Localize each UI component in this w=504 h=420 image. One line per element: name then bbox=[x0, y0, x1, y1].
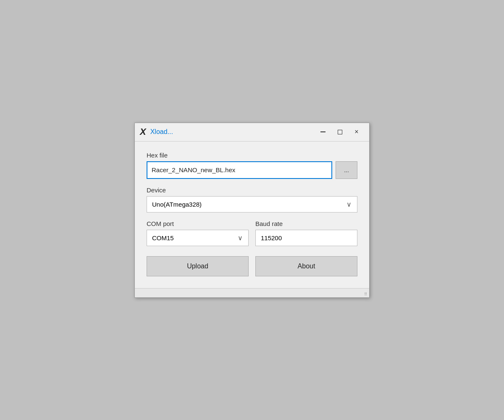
device-select[interactable]: Uno(ATmega328) Nano(ATmega328) Mega(ATme… bbox=[147, 196, 357, 213]
buttons-row: Upload About bbox=[147, 256, 357, 276]
com-section: COM port COM1 COM3 COM5 COM15 bbox=[147, 220, 249, 246]
com-select-wrapper: COM1 COM3 COM5 COM15 bbox=[147, 230, 249, 246]
title-bar: X Xload... × bbox=[135, 123, 369, 142]
maximize-button[interactable] bbox=[332, 126, 347, 137]
app-icon: X bbox=[140, 127, 146, 136]
com-baud-row: COM port COM1 COM3 COM5 COM15 Baud rate bbox=[147, 220, 357, 246]
upload-button[interactable]: Upload bbox=[147, 256, 249, 276]
baud-section: Baud rate bbox=[255, 220, 357, 246]
window-title: Xload... bbox=[150, 128, 315, 136]
minimize-icon bbox=[320, 131, 326, 132]
close-button[interactable]: × bbox=[349, 126, 364, 137]
hex-file-row: ... bbox=[147, 161, 357, 179]
resize-grip: ⠿ bbox=[364, 292, 368, 297]
main-window: X Xload... × Hex file ... Device bbox=[134, 123, 370, 298]
maximize-icon bbox=[338, 130, 342, 134]
device-label: Device bbox=[147, 186, 357, 194]
device-section: Device Uno(ATmega328) Nano(ATmega328) Me… bbox=[147, 186, 357, 213]
hex-file-label: Hex file bbox=[147, 152, 357, 159]
com-port-label: COM port bbox=[147, 220, 249, 227]
browse-button[interactable]: ... bbox=[336, 161, 357, 179]
window-controls: × bbox=[315, 126, 364, 137]
close-icon: × bbox=[354, 129, 358, 135]
about-button[interactable]: About bbox=[255, 256, 357, 276]
device-select-wrapper: Uno(ATmega328) Nano(ATmega328) Mega(ATme… bbox=[147, 196, 357, 213]
baud-rate-input[interactable] bbox=[255, 230, 357, 246]
baud-rate-label: Baud rate bbox=[255, 220, 357, 227]
minimize-button[interactable] bbox=[315, 126, 331, 137]
com-port-select[interactable]: COM1 COM3 COM5 COM15 bbox=[147, 230, 249, 246]
window-body: Hex file ... Device Uno(ATmega328) Nano(… bbox=[135, 142, 369, 288]
window-footer: ⠿ bbox=[135, 288, 369, 297]
hex-file-input[interactable] bbox=[147, 161, 332, 179]
